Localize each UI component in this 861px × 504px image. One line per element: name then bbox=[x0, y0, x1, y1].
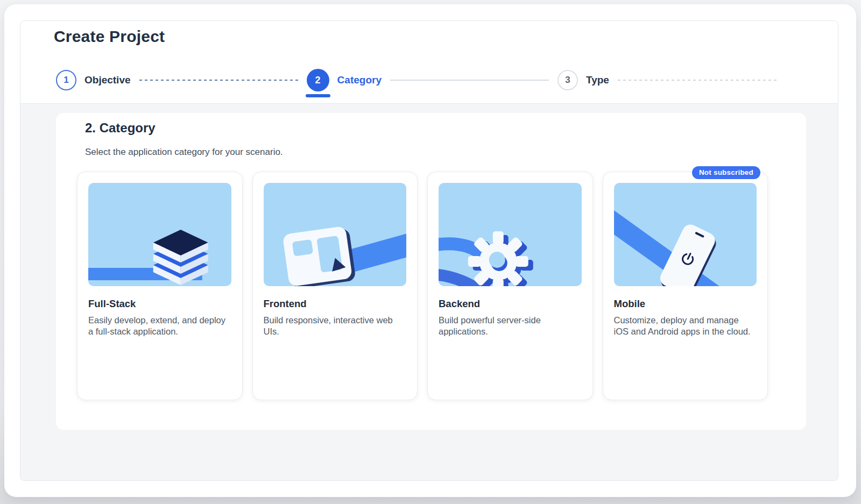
category-card-backend[interactable]: Backend Build powerful server-side appli… bbox=[427, 172, 593, 400]
step-2-label: Category bbox=[337, 74, 382, 86]
wizard-panel: Create Project 1 Objective 2 Category 3 … bbox=[20, 20, 838, 481]
category-card-list: Full-Stack Easily develop, extend, and d… bbox=[77, 172, 768, 400]
card-title: Full-Stack bbox=[88, 298, 231, 310]
step-connector-3 bbox=[618, 80, 777, 81]
category-card-mobile[interactable]: Not subscribed bbox=[603, 172, 768, 400]
card-description: Customize, deploy and manage iOS and And… bbox=[614, 315, 755, 337]
card-description: Easily develop, extend, and deploy a ful… bbox=[88, 315, 229, 337]
step-type[interactable]: 3 Type bbox=[557, 70, 609, 90]
card-title: Backend bbox=[439, 298, 582, 310]
card-description: Build responsive, interactive web UIs. bbox=[264, 315, 405, 337]
step-category[interactable]: 2 Category bbox=[307, 69, 382, 91]
step-3-number-badge: 3 bbox=[557, 70, 578, 90]
step-connector-1 bbox=[139, 80, 298, 81]
step-objective[interactable]: 1 Objective bbox=[56, 70, 131, 90]
layers-stack-icon bbox=[88, 183, 231, 286]
step-3-label: Type bbox=[586, 74, 609, 86]
category-card-full-stack[interactable]: Full-Stack Easily develop, extend, and d… bbox=[77, 172, 243, 400]
phone-icon bbox=[614, 183, 757, 286]
step-connector-2 bbox=[390, 80, 549, 81]
card-title: Frontend bbox=[264, 298, 407, 310]
not-subscribed-badge: Not subscribed bbox=[692, 166, 760, 179]
card-title: Mobile bbox=[614, 298, 757, 310]
wizard-header: Create Project 1 Objective 2 Category 3 … bbox=[20, 21, 838, 104]
phone-illustration bbox=[614, 183, 757, 286]
step-1-label: Objective bbox=[84, 74, 131, 86]
wizard-stepper: 1 Objective 2 Category 3 Type bbox=[56, 68, 785, 92]
section-heading: 2. Category bbox=[85, 120, 156, 136]
browser-window-illustration bbox=[264, 183, 407, 286]
section-subtitle: Select the application category for your… bbox=[85, 147, 283, 158]
page-title: Create Project bbox=[54, 27, 165, 46]
category-card-frontend[interactable]: Frontend Build responsive, interactive w… bbox=[252, 172, 418, 400]
step-2-number-badge: 2 bbox=[307, 69, 329, 91]
create-project-dialog: Create Project 1 Objective 2 Category 3 … bbox=[4, 4, 856, 497]
gear-illustration bbox=[439, 183, 582, 286]
card-description: Build powerful server-side applications. bbox=[439, 315, 580, 337]
browser-window-icon bbox=[264, 183, 407, 286]
layers-stack-illustration bbox=[88, 183, 231, 286]
step-1-number-badge: 1 bbox=[56, 70, 76, 90]
gear-icon bbox=[439, 183, 582, 286]
category-section: 2. Category Select the application categ… bbox=[56, 113, 806, 430]
